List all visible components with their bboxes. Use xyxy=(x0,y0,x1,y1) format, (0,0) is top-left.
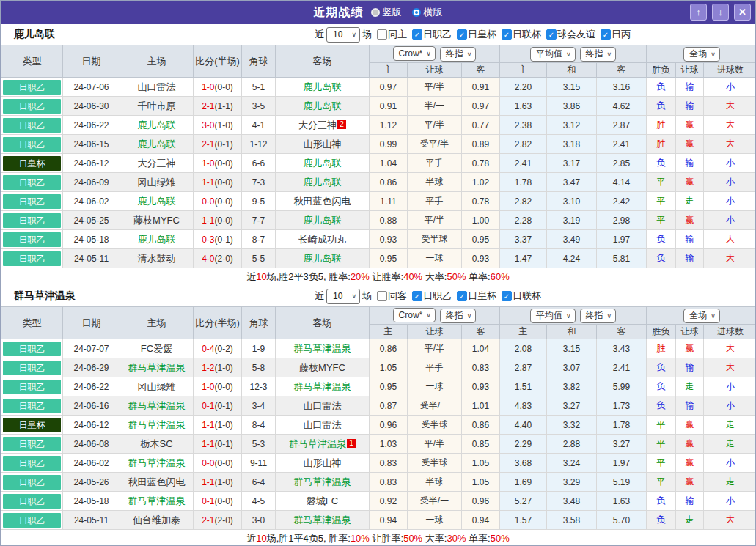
handicap-line: 平手 xyxy=(408,358,462,377)
away-team[interactable]: 藤枝MYFC xyxy=(276,358,370,377)
avg-away-odds: 1.97 xyxy=(597,454,647,473)
home-team[interactable]: 群马草津温泉 xyxy=(120,416,194,435)
home-team[interactable]: 栃木SC xyxy=(120,435,194,454)
away-odds: 0.91 xyxy=(462,78,500,97)
away-team[interactable]: 鹿儿岛联 xyxy=(276,211,370,230)
home-team[interactable]: 千叶市原 xyxy=(120,97,194,116)
checkbox-icon[interactable]: ✓ xyxy=(502,291,512,301)
avg-home-odds: 2.28 xyxy=(500,211,547,230)
close-button[interactable]: ✕ xyxy=(734,4,751,21)
move-down-button[interactable]: ↓ xyxy=(712,4,729,21)
league-checkbox-item[interactable]: ✓日丙 xyxy=(601,28,631,41)
scope-dropdown[interactable]: 全场∨ xyxy=(683,47,720,62)
away-team[interactable]: 长崎成功丸 xyxy=(276,230,370,249)
home-team[interactable]: 冈山绿雉 xyxy=(120,173,194,192)
average-mode-dropdown[interactable]: 终指∨ xyxy=(580,309,617,323)
away-team[interactable]: 山形山神 xyxy=(276,135,370,154)
home-team[interactable]: 秋田蓝色闪电 xyxy=(120,473,194,492)
score-cell: 1-0(0-0) xyxy=(194,377,242,396)
recent-count-select[interactable]: 10∨ xyxy=(326,289,360,304)
home-team[interactable]: 山口雷法 xyxy=(120,78,194,97)
checkbox-icon[interactable] xyxy=(377,291,387,301)
away-team[interactable]: 群马草津温泉 xyxy=(276,511,370,530)
corner-score: 5-1 xyxy=(242,78,276,97)
checkbox-icon[interactable]: ✓ xyxy=(546,29,557,40)
league-checkbox-item[interactable]: ✓日联杯 xyxy=(502,28,541,41)
home-team[interactable]: FC爱媛 xyxy=(120,339,194,358)
away-team[interactable]: 鹿儿岛联 xyxy=(276,97,370,116)
radio-off-icon[interactable] xyxy=(371,8,380,17)
away-team[interactable]: 鹿儿岛联 xyxy=(276,154,370,173)
move-up-button[interactable]: ↑ xyxy=(690,4,707,21)
away-team[interactable]: 磐城FC xyxy=(276,492,370,511)
scope-dropdown[interactable]: 全场∨ xyxy=(683,309,720,323)
handicap-result: 赢 xyxy=(676,473,704,492)
match-date: 24-06-12 xyxy=(63,154,120,173)
checkbox-icon[interactable]: ✓ xyxy=(412,29,422,40)
same-venue-checkbox-item[interactable]: 同主 xyxy=(377,28,407,41)
away-team[interactable]: 大分三神2 xyxy=(276,116,370,135)
average-mode-dropdown[interactable]: 终指∨ xyxy=(580,47,617,62)
away-team[interactable]: 山口雷法 xyxy=(276,396,370,416)
home-team[interactable]: 群马草津温泉 xyxy=(120,492,194,511)
league-checkbox-item[interactable]: ✓日职乙 xyxy=(412,289,452,303)
handicap-line: 一球 xyxy=(408,377,462,396)
checkbox-icon[interactable]: ✓ xyxy=(412,291,422,301)
away-team[interactable]: 群马草津温泉1 xyxy=(276,435,370,454)
table-row: 日职乙24-05-11仙台维加泰2-1(2-0)3-0群马草津温泉0.94一球0… xyxy=(1,511,756,530)
away-team[interactable]: 鹿儿岛联 xyxy=(276,249,370,268)
bookmaker-mode-dropdown[interactable]: 终指∨ xyxy=(440,309,477,323)
bookmaker-dropdown[interactable]: Crow*∨ xyxy=(393,308,436,322)
bookmaker-mode-dropdown[interactable]: 终指∨ xyxy=(440,47,477,62)
home-team[interactable]: 群马草津温泉 xyxy=(120,358,194,377)
away-team[interactable]: 鹿儿岛联 xyxy=(276,78,370,97)
league-checkbox-item[interactable]: ✓日联杯 xyxy=(502,289,541,303)
checkbox-icon[interactable] xyxy=(377,29,387,40)
home-team[interactable]: 冈山绿雉 xyxy=(120,377,194,396)
home-team[interactable]: 群马草津温泉 xyxy=(120,454,194,473)
radio-vertical-layout[interactable]: 竖版 xyxy=(371,6,402,19)
away-team[interactable]: 群马草津温泉 xyxy=(276,377,370,396)
league-checkbox-item[interactable]: ✓球会友谊 xyxy=(546,28,595,41)
checkbox-icon[interactable]: ✓ xyxy=(601,29,611,40)
home-team[interactable]: 清水鼓动 xyxy=(120,249,194,268)
avg-home-odds: 2.38 xyxy=(500,116,547,135)
handicap-result: 输 xyxy=(676,230,704,249)
checkbox-icon[interactable]: ✓ xyxy=(457,29,467,40)
away-team[interactable]: 山口雷法 xyxy=(276,416,370,435)
fulltime-score: 0-1 xyxy=(202,496,214,506)
home-team[interactable]: 鹿儿岛联 xyxy=(120,135,194,154)
away-team[interactable]: 山形山神 xyxy=(276,454,370,473)
home-team[interactable]: 鹿儿岛联 xyxy=(120,116,194,135)
radio-on-icon[interactable] xyxy=(412,8,421,17)
score-cell: 1-1(1-0) xyxy=(194,473,242,492)
halftime-score: (0-1) xyxy=(215,401,233,411)
home-team[interactable]: 鹿儿岛联 xyxy=(120,192,194,211)
league-checkbox-item[interactable]: ✓日职乙 xyxy=(412,28,452,41)
home-team[interactable]: 仙台维加泰 xyxy=(120,511,194,530)
table-row: 日职乙24-05-18群马草津温泉0-1(0-0)4-5磐城FC0.92受半/一… xyxy=(1,492,756,511)
recent-count-select[interactable]: 10∨ xyxy=(326,27,360,43)
checkbox-icon[interactable]: ✓ xyxy=(457,291,467,301)
titlebar: 近期战绩 竖版 横版 ↑ ↓ ✕ xyxy=(1,1,755,24)
away-team[interactable]: 群马草津温泉 xyxy=(276,339,370,358)
home-team[interactable]: 鹿儿岛联 xyxy=(120,230,194,249)
league-checkbox-item[interactable]: ✓日皇杯 xyxy=(457,289,496,303)
home-team[interactable]: 藤枝MYFC xyxy=(120,211,194,230)
league-checkbox-item[interactable]: ✓日皇杯 xyxy=(457,28,496,41)
checkbox-icon[interactable]: ✓ xyxy=(502,29,512,40)
home-team[interactable]: 大分三神 xyxy=(120,154,194,173)
away-team[interactable]: 群马草津温泉 xyxy=(276,473,370,492)
score-cell: 3-0(1-0) xyxy=(194,116,242,135)
same-venue-checkbox-item[interactable]: 同客 xyxy=(377,289,407,303)
away-team[interactable]: 鹿儿岛联 xyxy=(276,173,370,192)
away-team[interactable]: 秋田蓝色闪电 xyxy=(276,192,370,211)
match-date: 24-06-02 xyxy=(63,192,120,211)
home-team[interactable]: 群马草津温泉 xyxy=(120,396,194,416)
bookmaker-dropdown[interactable]: Crow*∨ xyxy=(393,46,436,61)
league-label: 日皇杯 xyxy=(468,289,496,303)
handicap-result: 赢 xyxy=(676,416,704,435)
average-dropdown[interactable]: 平均值∨ xyxy=(530,47,576,62)
radio-horizontal-layout[interactable]: 横版 xyxy=(412,6,443,19)
average-dropdown[interactable]: 平均值∨ xyxy=(530,309,576,323)
